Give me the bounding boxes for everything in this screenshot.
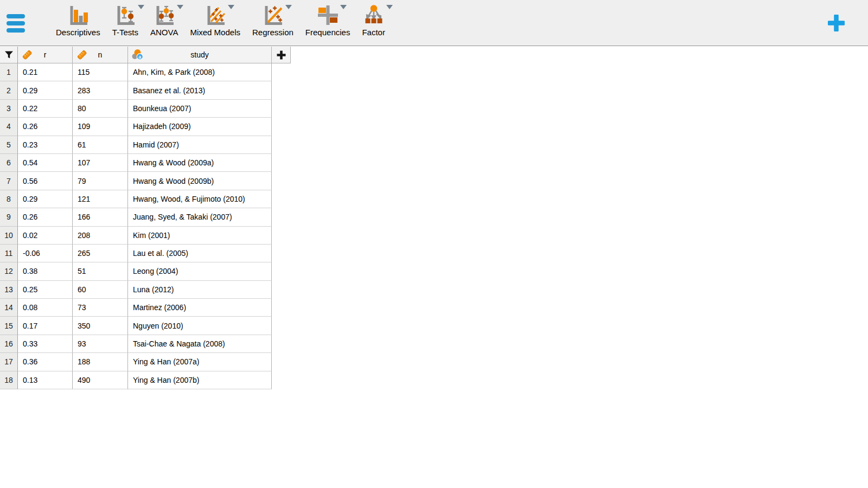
table-row: 11-0.06265Lau et al. (2005) (0, 245, 291, 262)
table-row: 60.54107Hwang & Wood (2009a) (0, 154, 291, 172)
cell-r[interactable]: 0.21 (18, 63, 73, 81)
cell-n[interactable]: 51 (73, 262, 128, 280)
cell-study[interactable]: Martinez (2006) (128, 299, 272, 317)
cell-r[interactable]: 0.36 (18, 353, 73, 371)
cell-n[interactable]: 60 (73, 281, 128, 299)
descriptives-button[interactable]: Descriptives (50, 0, 106, 46)
anova-button[interactable]: ANOVA (144, 0, 184, 46)
cell-study[interactable]: Tsai-Chae & Nagata (2008) (128, 335, 272, 353)
table-row: 50.2361Hamid (2007) (0, 136, 291, 154)
cell-r[interactable]: -0.06 (18, 245, 73, 262)
table-row: 30.2280Bounkeua (2007) (0, 100, 291, 118)
table-row: 140.0873Martinez (2006) (0, 299, 291, 317)
cell-r[interactable]: 0.23 (18, 136, 73, 154)
cell-n[interactable]: 93 (73, 335, 128, 353)
cell-study[interactable]: Hamid (2007) (128, 136, 272, 154)
cell-n[interactable]: 490 (73, 371, 128, 389)
plus-icon (276, 49, 287, 61)
row-number-cell[interactable]: 6 (0, 154, 18, 172)
row-number-cell[interactable]: 2 (0, 81, 18, 99)
cell-r[interactable]: 0.29 (18, 81, 73, 99)
cell-n[interactable]: 350 (73, 317, 128, 335)
row-number-cell[interactable]: 12 (0, 262, 18, 280)
cell-n[interactable]: 73 (73, 299, 128, 317)
table-row: 180.13490Ying & Han (2007b) (0, 371, 291, 389)
button-label: Mixed Models (190, 28, 240, 37)
cell-r[interactable]: 0.33 (18, 335, 73, 353)
t-tests-button[interactable]: T-Tests (106, 0, 144, 46)
mixed-models-button[interactable]: Mixed Models (184, 0, 246, 46)
row-number-cell[interactable]: 10 (0, 227, 18, 245)
cell-r[interactable]: 0.54 (18, 154, 73, 172)
row-number-cell[interactable]: 17 (0, 353, 18, 371)
column-header-r[interactable]: r (18, 47, 73, 63)
row-number-cell[interactable]: 4 (0, 118, 18, 136)
cell-study[interactable]: Bounkeua (2007) (128, 100, 272, 118)
cell-n[interactable]: 107 (73, 154, 128, 172)
filter-header-cell[interactable] (0, 47, 18, 63)
cell-r[interactable]: 0.17 (18, 317, 73, 335)
row-number-cell[interactable]: 13 (0, 281, 18, 299)
row-number-cell[interactable]: 3 (0, 100, 18, 118)
cell-study[interactable]: Ying & Han (2007b) (128, 371, 272, 389)
row-number-cell[interactable]: 15 (0, 317, 18, 335)
column-header-study[interactable]: a study (128, 47, 272, 63)
cell-study[interactable]: Hajizadeh (2009) (128, 118, 272, 136)
cell-n[interactable]: 208 (73, 227, 128, 245)
column-header-n[interactable]: n (73, 47, 128, 63)
sheet-header: r n (0, 47, 291, 63)
table-row: 10.21115Ahn, Kim, & Park (2008) (0, 63, 291, 81)
cell-study[interactable]: Basanez et al. (2013) (128, 81, 272, 99)
row-number-cell[interactable]: 11 (0, 245, 18, 262)
cell-r[interactable]: 0.13 (18, 371, 73, 389)
add-analysis-plus-icon[interactable] (828, 15, 845, 31)
cell-study[interactable]: Hwang & Wood (2009a) (128, 154, 272, 172)
data-spreadsheet: r n (0, 47, 291, 389)
main-toolbar: Descriptives T-Tests (0, 0, 868, 46)
cell-n[interactable]: 121 (73, 190, 128, 208)
table-row: 150.17350Nguyen (2010) (0, 317, 291, 335)
cell-study[interactable]: Ahn, Kim, & Park (2008) (128, 63, 272, 81)
cell-study[interactable]: Ying & Han (2007a) (128, 353, 272, 371)
cell-n[interactable]: 265 (73, 245, 128, 262)
row-number-cell[interactable]: 14 (0, 299, 18, 317)
cell-study[interactable]: Hwang, Wood, & Fujimoto (2010) (128, 190, 272, 208)
factor-button[interactable]: Factor (356, 0, 391, 46)
regression-button[interactable]: Regression (246, 0, 299, 46)
cell-study[interactable]: Lau et al. (2005) (128, 245, 272, 262)
cell-n[interactable]: 61 (73, 136, 128, 154)
row-number-cell[interactable]: 18 (0, 371, 18, 389)
cell-r[interactable]: 0.38 (18, 262, 73, 280)
cell-n[interactable]: 166 (73, 208, 128, 226)
factor-icon (363, 4, 385, 27)
row-number-cell[interactable]: 5 (0, 136, 18, 154)
frequencies-button[interactable]: Frequencies (299, 0, 356, 46)
cell-study[interactable]: Hwang & Wood (2009b) (128, 172, 272, 190)
cell-study[interactable]: Kim (2001) (128, 227, 272, 245)
row-number-cell[interactable]: 9 (0, 208, 18, 226)
cell-r[interactable]: 0.08 (18, 299, 73, 317)
cell-r[interactable]: 0.29 (18, 190, 73, 208)
hamburger-menu-icon[interactable] (7, 14, 26, 33)
cell-n[interactable]: 188 (73, 353, 128, 371)
cell-r[interactable]: 0.26 (18, 118, 73, 136)
cell-study[interactable]: Luna (2012) (128, 281, 272, 299)
row-number-cell[interactable]: 8 (0, 190, 18, 208)
cell-n[interactable]: 283 (73, 81, 128, 99)
cell-study[interactable]: Juang, Syed, & Takaki (2007) (128, 208, 272, 226)
add-column-button[interactable] (272, 47, 291, 63)
cell-r[interactable]: 0.56 (18, 172, 73, 190)
cell-n[interactable]: 79 (73, 172, 128, 190)
cell-r[interactable]: 0.25 (18, 281, 73, 299)
row-number-cell[interactable]: 7 (0, 172, 18, 190)
cell-n[interactable]: 115 (73, 63, 128, 81)
cell-n[interactable]: 109 (73, 118, 128, 136)
cell-r[interactable]: 0.22 (18, 100, 73, 118)
cell-r[interactable]: 0.26 (18, 208, 73, 226)
row-number-cell[interactable]: 1 (0, 63, 18, 81)
cell-study[interactable]: Leong (2004) (128, 262, 272, 280)
row-number-cell[interactable]: 16 (0, 335, 18, 353)
cell-n[interactable]: 80 (73, 100, 128, 118)
cell-study[interactable]: Nguyen (2010) (128, 317, 272, 335)
cell-r[interactable]: 0.02 (18, 227, 73, 245)
